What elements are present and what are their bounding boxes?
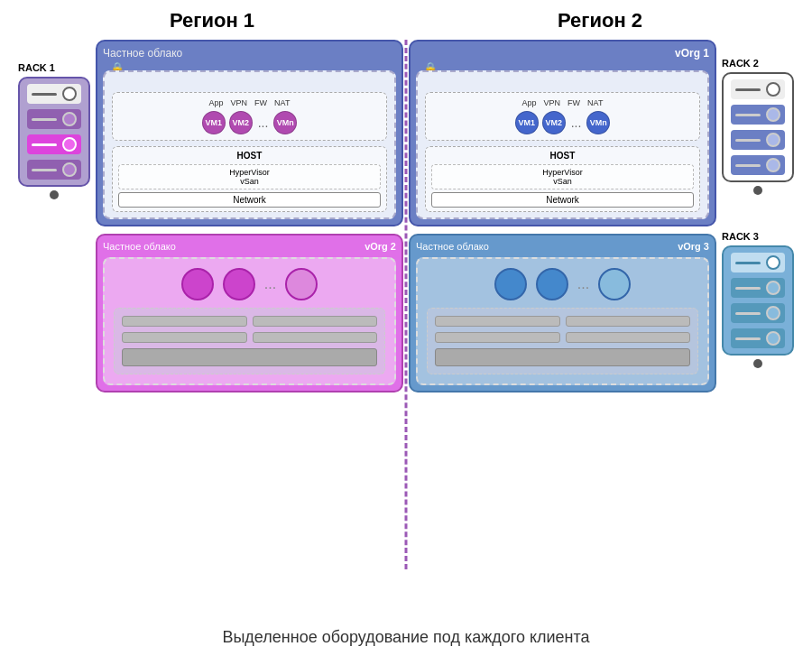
vorg3-server-row1	[435, 316, 690, 327]
region-headers: Регион 1 Регион 2	[18, 9, 794, 32]
vorg3-inner: ...	[416, 257, 709, 385]
rack3-body	[722, 245, 794, 356]
right-vm-area: App VPN FW NAT VM1 VM2 ... VMn	[425, 92, 700, 141]
vorg3-server-main	[435, 348, 690, 366]
vorg2-server-main	[122, 348, 377, 366]
right-vorg1-header: vOrg 1	[416, 47, 709, 60]
left-region: RACK 1	[18, 40, 403, 619]
rack1-row4	[27, 160, 81, 180]
right-racks: RACK 2	[722, 49, 794, 368]
rack1-label: RACK 1	[18, 62, 55, 73]
left-inner-cloud: App VPN FW NAT VM1 VM2 ... VMn	[103, 70, 396, 219]
right-host-label: HOST	[431, 151, 694, 161]
rack2-body	[722, 72, 794, 182]
vorg2-label: vOrg 2	[364, 241, 396, 252]
vorg3-private-label: Частное облако	[416, 241, 489, 252]
left-host-label: HOST	[118, 151, 381, 161]
vorg2-box: Частное облако vOrg 2 ...	[96, 234, 403, 393]
rack2-label: RACK 2	[722, 58, 759, 69]
rack1-row1	[27, 84, 81, 104]
left-vorg1-header: Частное облако	[103, 47, 396, 60]
right-vorg1-box: vOrg 1 🔒 App VPN FW NAT	[409, 40, 716, 226]
vorg3-vms: ...	[427, 268, 698, 300]
vorg2-header: Частное облако vOrg 2	[103, 241, 396, 252]
vorg2-private-label: Частное облако	[103, 241, 176, 252]
left-vmn: VMn	[273, 111, 297, 134]
right-vm1: VM1	[515, 111, 539, 134]
left-vm1: VM1	[202, 111, 226, 134]
left-vorg1-box: Частное облако 🔒 App VPN FW NAT	[96, 40, 403, 226]
right-clouds-col: vOrg 1 🔒 App VPN FW NAT	[409, 40, 716, 393]
rack3-row1	[731, 253, 785, 272]
rack1: RACK 1	[18, 62, 90, 199]
rack2-row3	[731, 130, 785, 150]
right-vm2: VM2	[542, 111, 566, 134]
main-container: Регион 1 Регион 2 RACK 1	[0, 0, 812, 665]
vorg2-vm1	[181, 268, 214, 300]
vorg3-vm2	[536, 268, 568, 300]
left-vm-labels: App VPN FW NAT	[118, 98, 381, 107]
right-vorg1-label: vOrg 1	[675, 47, 709, 60]
vorg3-vmn	[598, 268, 631, 300]
vorg2-server-row2	[122, 332, 377, 343]
rack3-row3	[731, 303, 785, 323]
left-clouds-col: Частное облако 🔒 App VPN FW NAT	[96, 40, 403, 393]
region-divider	[405, 40, 408, 569]
vorg2-dots: ...	[264, 276, 276, 292]
right-vmn: VMn	[586, 111, 610, 134]
right-region: vOrg 1 🔒 App VPN FW NAT	[409, 40, 794, 619]
right-vm-labels: App VPN FW NAT	[431, 98, 694, 107]
left-host-area: HOST HyperVisor vSan Network	[112, 146, 387, 212]
rack1-row3	[27, 134, 81, 154]
caption: Выделенное оборудование под каждого клие…	[222, 628, 589, 647]
right-vm-circles: VM1 VM2 ... VMn	[431, 111, 694, 134]
vorg2-server-block	[114, 308, 385, 374]
rack2-row1	[731, 79, 785, 99]
rack3-label: RACK 3	[722, 231, 759, 242]
vorg2-server-row1	[122, 316, 377, 327]
left-vm2: VM2	[229, 111, 253, 134]
right-hypervisor: HyperVisor vSan	[431, 164, 694, 189]
vorg3-dots: ...	[577, 276, 589, 292]
rack2: RACK 2	[722, 58, 794, 195]
left-vm-area: App VPN FW NAT VM1 VM2 ... VMn	[112, 92, 387, 141]
region2-title: Регион 2	[558, 9, 642, 32]
rack3: RACK 3	[722, 231, 794, 368]
left-private-label: Частное облако	[103, 47, 182, 60]
left-hypervisor: HyperVisor vSan	[118, 164, 381, 189]
vorg2-vms: ...	[114, 268, 385, 300]
right-inner-cloud: App VPN FW NAT VM1 VM2 ... VMn	[416, 70, 709, 219]
rack2-row2	[731, 105, 785, 125]
region1-title: Регион 1	[170, 9, 254, 32]
vorg2-vmn	[285, 268, 318, 300]
left-network-box: Network	[118, 192, 381, 208]
vorg3-vm1	[494, 268, 527, 300]
vorg3-server-block	[427, 308, 698, 374]
rack3-row4	[731, 328, 785, 348]
rack1-body	[18, 77, 90, 187]
vorg2-vm2	[223, 268, 255, 300]
left-vm-circles: VM1 VM2 ... VMn	[118, 111, 381, 134]
right-host-area: HOST HyperVisor vSan Network	[425, 146, 700, 212]
vorg3-server-row2	[435, 332, 690, 343]
diagram-area: RACK 1	[18, 40, 794, 619]
rack3-row2	[731, 278, 785, 298]
rack1-row2	[27, 109, 81, 129]
vorg2-inner: ...	[103, 257, 396, 385]
vorg3-header: Частное облако vOrg 3	[416, 241, 709, 252]
right-network-box: Network	[431, 192, 694, 208]
vorg3-label: vOrg 3	[678, 241, 709, 252]
rack2-row4	[731, 155, 785, 175]
vorg3-box: Частное облако vOrg 3 ...	[409, 234, 716, 393]
